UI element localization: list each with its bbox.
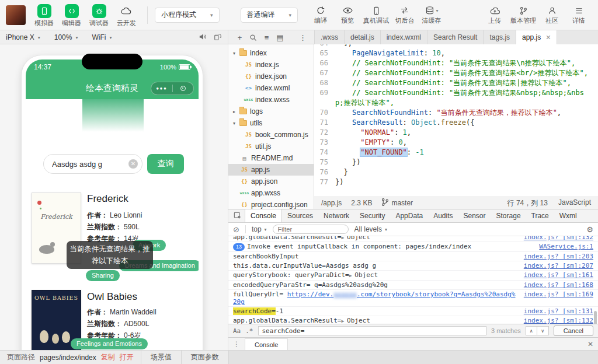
clear-cache-button[interactable]: ▾清缓存 — [418, 2, 445, 29]
switch-background-button[interactable]: 切后台 — [391, 2, 418, 29]
upload-button[interactable]: 上传 — [481, 2, 508, 29]
next-match-button[interactable]: ∨ — [537, 326, 549, 335]
source-link[interactable]: index.js? [sm]:169 — [524, 290, 593, 298]
scene-value-tab[interactable]: 场景值 — [141, 351, 181, 364]
source-link[interactable]: index.js? [sm]:168 — [524, 281, 593, 289]
debugger-tab-wxml[interactable]: Wxml — [554, 209, 582, 222]
cursor-position[interactable]: 行 74，列 13 — [507, 198, 548, 208]
network-select[interactable]: WiFi▾ — [92, 33, 112, 41]
code-editor[interactable]: 64 ],65 PageNavigateLimit: 10,66 // Sear… — [314, 44, 598, 197]
debugger-tab-security[interactable]: Security — [354, 209, 390, 222]
tree-file-app-js[interactable]: JSapp.js — [228, 164, 314, 176]
open-path-link[interactable]: 打开 — [120, 352, 134, 362]
editor-tab--wxss[interactable]: .wxss — [315, 30, 345, 44]
debugger-tab-network[interactable]: Network — [318, 209, 354, 222]
panel-toggle-editor[interactable]: 编辑器 — [58, 2, 85, 29]
source-link[interactable]: index.js? [sm]:131 — [524, 307, 593, 315]
regex-toggle[interactable]: .* — [245, 327, 253, 335]
version-manage-button[interactable]: 版本管理 — [508, 2, 538, 29]
tree-file-index-json[interactable]: {}index.json — [228, 71, 314, 82]
debugger-tab-sensor[interactable]: Sensor — [458, 209, 491, 222]
source-link[interactable]: index.js? [sm]:132 — [524, 236, 593, 241]
mode-select[interactable]: 小程序模式 ▾ — [155, 8, 220, 23]
git-branch[interactable]: master — [381, 198, 413, 208]
copy-path-link[interactable]: 复制 — [101, 352, 115, 362]
clear-console-icon[interactable]: ⊘ — [233, 225, 239, 234]
editor-tab-detail-js[interactable]: detail.js — [345, 30, 381, 44]
tree-folder-logs[interactable]: ▸logs — [228, 106, 314, 117]
compile-mode-select[interactable]: 普通编译 ▾ — [241, 8, 298, 23]
capsule-menu[interactable]: ●●● — [151, 82, 194, 95]
search-icon[interactable] — [246, 30, 260, 44]
tree-folder-utils[interactable]: ▾utils — [228, 117, 314, 129]
debugger-tab-trace[interactable]: Trace — [526, 209, 554, 222]
new-file-icon[interactable]: + — [233, 30, 246, 44]
details-label: 详情 — [572, 18, 585, 24]
tree-file-readme-md[interactable]: ▤README.md — [228, 152, 314, 164]
compile-button[interactable]: 编译 — [307, 2, 334, 29]
tree-file-index-wxml[interactable]: <>index.wxml — [228, 82, 314, 94]
source-link[interactable]: index.js? [sm]:161 — [524, 271, 593, 279]
panel-toggle-simulator[interactable]: 模拟器 — [30, 2, 58, 29]
panel-toggle-debugger[interactable]: 调试器 — [85, 2, 113, 29]
community-button[interactable]: 社区 — [538, 2, 565, 29]
owl-art — [62, 331, 70, 343]
tag-pill[interactable]: Feelings and Emotions — [71, 338, 148, 349]
line-number: 70 — [314, 108, 335, 118]
tree-file-app-json[interactable]: {}app.json — [228, 176, 314, 187]
log-level-select[interactable]: All levels▾ — [354, 225, 387, 233]
source-link[interactable]: WAService.js:1 — [539, 243, 593, 250]
editor-tab-tags-js[interactable]: tags.js — [484, 30, 516, 44]
speaker-icon[interactable] — [199, 33, 207, 42]
console-message: encodedQueryParaStr= q=Aasdgs%20asdg%20g — [233, 281, 518, 289]
source-link[interactable]: index.js? [sm]:132 — [524, 317, 593, 324]
real-device-debug-button[interactable]: 真机调试 — [361, 2, 391, 29]
tree-file-util-js[interactable]: JSutil.js — [228, 141, 314, 152]
capsule-home-icon[interactable] — [180, 86, 186, 91]
details-button[interactable]: 详情 — [565, 2, 592, 29]
panel-toggle-cloud-dev[interactable]: 云开发 — [113, 2, 140, 29]
drawer-menu-icon[interactable]: ⋮ — [233, 340, 240, 348]
previous-match-button[interactable]: ∧ — [526, 326, 537, 335]
tree-file-index-js[interactable]: JSindex.js — [228, 59, 314, 71]
source-link[interactable]: index.js? [sm]:203 — [524, 253, 593, 260]
zoom-select[interactable]: 100%▾ — [54, 33, 78, 41]
console-filter-input[interactable] — [273, 225, 349, 234]
tree-folder-index[interactable]: ▾index — [228, 47, 314, 59]
context-select[interactable]: top▾ — [252, 225, 267, 233]
language-mode[interactable]: JavaScript — [558, 198, 591, 208]
tree-file-index-wxss[interactable]: wxssindex.wxss — [228, 94, 314, 106]
debugger-tab-storage[interactable]: Storage — [491, 209, 526, 222]
editor-tab-search-result[interactable]: Search Result — [427, 30, 484, 44]
tree-file-app-wxss[interactable]: wxssapp.wxss — [228, 187, 314, 199]
rotate-device-icon[interactable] — [214, 33, 222, 43]
chevron-down-icon: ▾ — [289, 12, 292, 18]
drawer-console-tab[interactable]: Console — [245, 338, 288, 351]
file-list-icon[interactable]: ≡ — [260, 30, 273, 44]
scrollbar-thumb[interactable] — [594, 311, 597, 324]
tree-file-book-common-js[interactable]: JSbook_common.js — [228, 129, 314, 141]
gear-icon[interactable]: ⚙ — [586, 225, 593, 234]
clear-input-icon[interactable]: ✕ — [128, 159, 138, 169]
source-link[interactable]: index.js? [sm]:207 — [524, 262, 593, 270]
cancel-search-button[interactable]: Cancel — [554, 326, 593, 336]
close-icon[interactable]: ✕ — [587, 340, 593, 348]
more-icon[interactable]: ⋮ — [296, 30, 310, 44]
editor-tab-app-js[interactable]: app.js✕ — [516, 30, 557, 44]
debugger-tab-sources[interactable]: Sources — [282, 209, 318, 222]
split-view-icon[interactable]: ▤ — [273, 30, 287, 44]
capsule-more-icon[interactable]: ●●● — [156, 86, 167, 91]
editor-tab-index-wxml[interactable]: index.wxml — [381, 30, 427, 44]
tree-file-project-config-json[interactable]: {}project.config.json — [228, 199, 314, 209]
debugger-tab-audits[interactable]: Audits — [428, 209, 458, 222]
user-avatar[interactable] — [6, 5, 26, 25]
match-case-toggle[interactable]: Aa — [233, 327, 241, 335]
console-search-input[interactable] — [258, 326, 487, 335]
inspect-icon[interactable] — [231, 209, 245, 222]
debugger-tab-appdata[interactable]: AppData — [390, 209, 428, 222]
debugger-tab-console[interactable]: Console — [245, 209, 282, 222]
device-select[interactable]: iPhone X▾ — [6, 33, 40, 41]
preview-button[interactable]: 预览 — [334, 2, 361, 29]
page-params-tab[interactable]: 页面参数 — [181, 351, 228, 364]
close-icon[interactable]: ✕ — [545, 34, 551, 41]
